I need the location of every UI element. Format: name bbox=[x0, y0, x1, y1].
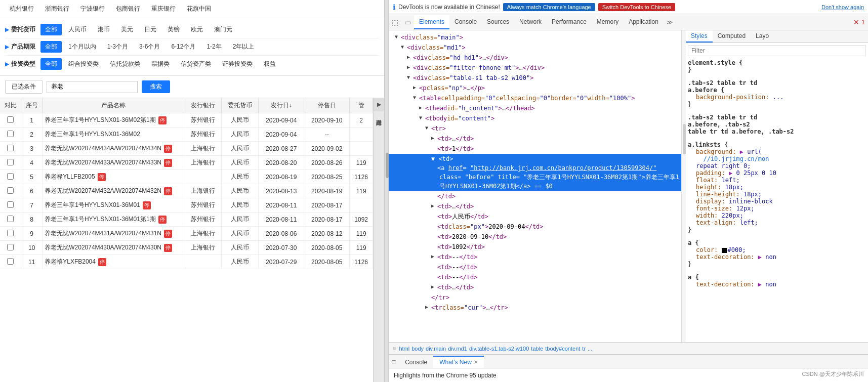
currency-jpy-btn[interactable]: 日元 bbox=[140, 24, 161, 35]
period-all-btn[interactable]: 全部 bbox=[40, 41, 62, 53]
expand-triangle[interactable] bbox=[419, 114, 424, 121]
match-language-button[interactable]: Always match Chrome's language bbox=[503, 3, 595, 11]
expand-triangle[interactable] bbox=[419, 104, 424, 111]
bank-citibank[interactable]: 花旗中国 bbox=[182, 3, 216, 15]
more-tabs-icon[interactable]: ≫ bbox=[664, 19, 676, 26]
dont-show-link[interactable]: Don't show again bbox=[821, 4, 864, 10]
search-input[interactable] bbox=[47, 81, 138, 93]
row-3-extra bbox=[350, 142, 373, 156]
tab-performance[interactable]: Performance bbox=[547, 15, 592, 29]
invest-bill-btn[interactable]: 票据类 bbox=[147, 58, 174, 70]
row-2-checkbox[interactable] bbox=[7, 131, 14, 137]
expand-triangle[interactable] bbox=[407, 63, 412, 71]
expand-triangle[interactable] bbox=[407, 73, 412, 81]
tab-whats-new[interactable]: What's New ✕ bbox=[433, 356, 484, 368]
period-2y-btn[interactable]: 2年以上 bbox=[228, 41, 259, 53]
expand-triangle[interactable] bbox=[395, 33, 400, 40]
scroll-thumb[interactable] bbox=[386, 153, 389, 178]
period-6-12m-btn[interactable]: 6-12个月 bbox=[167, 41, 200, 53]
breadcrumb-html[interactable]: html bbox=[399, 346, 409, 352]
period-1-2y-btn[interactable]: 1-2年 bbox=[202, 41, 226, 53]
tab-memory[interactable]: Memory bbox=[592, 15, 624, 29]
invest-combo-btn[interactable]: 组合投资类 bbox=[64, 58, 103, 70]
row-1-checkbox[interactable] bbox=[7, 116, 14, 123]
row-8-checkbox[interactable] bbox=[7, 216, 14, 222]
row-10-checkbox[interactable] bbox=[7, 244, 14, 250]
expand-triangle bbox=[431, 144, 436, 152]
row-9-checkbox[interactable] bbox=[7, 230, 14, 236]
switch-language-button[interactable]: Switch DevTools to Chinese bbox=[598, 3, 675, 11]
invest-credit-btn[interactable]: 信贷资产类 bbox=[176, 58, 216, 70]
breadcrumb-body[interactable]: body bbox=[411, 346, 424, 352]
currency-rmb-btn[interactable]: 人民币 bbox=[64, 24, 91, 35]
styles-filter-input[interactable] bbox=[688, 45, 866, 56]
breadcrumb-tr[interactable]: tr bbox=[582, 346, 586, 352]
row-6-checkbox[interactable] bbox=[7, 187, 14, 194]
currency-all-btn[interactable]: 全部 bbox=[40, 24, 62, 35]
tab-styles[interactable]: Styles bbox=[686, 30, 713, 43]
tab-computed[interactable]: Computed bbox=[713, 30, 751, 43]
currency-mop-btn[interactable]: 澳门元 bbox=[210, 24, 237, 35]
products-table-section: 对比 序号 产品名称 发行银行 委托货币 发行日↓ 停售日 管 bbox=[0, 98, 373, 382]
row-3-checkbox[interactable] bbox=[7, 145, 14, 151]
row-5-checkbox[interactable] bbox=[7, 173, 14, 180]
row-11-checkbox[interactable] bbox=[7, 258, 14, 265]
expand-triangle[interactable] bbox=[431, 202, 436, 209]
breadcrumb-divtable[interactable]: div.table-s1.tab-s2.w100 bbox=[469, 346, 529, 352]
bank-cqbank[interactable]: 重庆银行 bbox=[147, 3, 180, 15]
invest-equity-btn[interactable]: 权益 bbox=[259, 58, 280, 70]
currency-gbp-btn[interactable]: 英镑 bbox=[163, 24, 184, 35]
period-1-3m-btn[interactable]: 1-3个月 bbox=[103, 41, 133, 53]
expand-triangle[interactable] bbox=[425, 303, 430, 311]
dom-tree-panel[interactable]: <div class="main"> <div class="md1"> <di… bbox=[389, 30, 682, 342]
period-1m-btn[interactable]: 1个月以内 bbox=[64, 41, 101, 53]
bank-zsbank[interactable]: 浙商银行 bbox=[40, 3, 74, 15]
bank-bsbank[interactable]: 包商银行 bbox=[111, 3, 145, 15]
breadcrumb-divmd1[interactable]: div.md1 bbox=[448, 346, 467, 352]
breadcrumb-divmain[interactable]: div.main bbox=[426, 346, 446, 352]
breadcrumb-ellipsis[interactable]: ... bbox=[588, 346, 592, 352]
device-icon[interactable]: ▭ bbox=[401, 18, 414, 26]
tab-sources[interactable]: Sources bbox=[482, 15, 514, 29]
invest-all-btn[interactable]: 全部 bbox=[40, 58, 62, 70]
row-4-checkbox[interactable] bbox=[7, 159, 14, 165]
breadcrumb-menu-icon[interactable]: ≡ bbox=[393, 346, 396, 352]
period-options: 全部 1个月以内 1-3个月 3-6个月 6-12个月 1-2年 2年以上 bbox=[40, 41, 379, 53]
currency-hkd-btn[interactable]: 港币 bbox=[93, 24, 114, 35]
conditions-button[interactable]: 已选条件 bbox=[5, 80, 43, 94]
expand-triangle[interactable] bbox=[401, 43, 406, 51]
expand-triangle[interactable] bbox=[431, 283, 436, 290]
breadcrumb-table[interactable]: table bbox=[531, 346, 543, 352]
bank-nbbank[interactable]: 宁波银行 bbox=[76, 3, 109, 15]
bottom-menu-icon[interactable]: ≡ bbox=[389, 358, 399, 366]
currency-usd-btn[interactable]: 美元 bbox=[116, 24, 138, 35]
tab-network[interactable]: Network bbox=[514, 15, 547, 29]
expand-triangle[interactable] bbox=[431, 134, 436, 142]
bank-hzbank[interactable]: 杭州银行 bbox=[5, 3, 38, 15]
dom-line: <div class="main"> bbox=[389, 32, 681, 43]
close-icon[interactable]: ✕ bbox=[853, 18, 859, 26]
expand-triangle[interactable] bbox=[413, 94, 418, 101]
dom-line-selected[interactable]: ▼ <td> <a href= "http://bank.jrj.com.cn/… bbox=[389, 154, 681, 191]
expand-triangle[interactable] bbox=[425, 124, 430, 132]
currency-eur-btn[interactable]: 欧元 bbox=[186, 24, 208, 35]
tab-application[interactable]: Application bbox=[624, 15, 664, 29]
breadcrumb-tbody[interactable]: tbody#content bbox=[545, 346, 580, 352]
tab-console[interactable]: Console bbox=[449, 15, 482, 29]
search-button[interactable]: 搜索 bbox=[142, 80, 170, 93]
expand-triangle[interactable] bbox=[413, 83, 418, 91]
invest-trust-btn[interactable]: 信托贷款类 bbox=[105, 58, 145, 70]
vtab-toggle[interactable]: ▶ bbox=[374, 98, 384, 111]
expand-triangle[interactable] bbox=[431, 252, 436, 260]
tab-console-bottom[interactable]: Console bbox=[399, 356, 433, 368]
table-header-row: 对比 序号 产品名称 发行银行 委托货币 发行日↓ 停售日 管 bbox=[0, 98, 373, 113]
period-3-6m-btn[interactable]: 3-6个月 bbox=[135, 41, 164, 53]
tab-layout[interactable]: Layo bbox=[751, 30, 774, 43]
cursor-icon[interactable]: ⬚ bbox=[389, 18, 401, 26]
row-7-checkbox[interactable] bbox=[7, 201, 14, 208]
invest-securities-btn[interactable]: 证券投资类 bbox=[218, 58, 257, 70]
whats-new-close-icon[interactable]: ✕ bbox=[474, 359, 478, 365]
expand-triangle[interactable] bbox=[407, 53, 412, 61]
dom-scrollbar-thumb[interactable] bbox=[683, 124, 686, 154]
tab-elements[interactable]: Elements bbox=[414, 15, 449, 29]
